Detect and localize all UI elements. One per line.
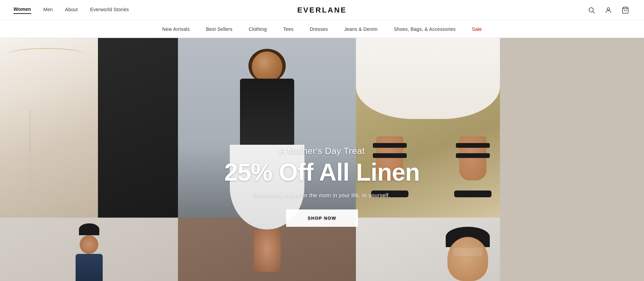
hero-panel-bottom-right — [356, 218, 500, 281]
svg-point-2 — [607, 7, 609, 10]
sandal-foot-right — [452, 136, 493, 197]
category-tees[interactable]: Tees — [283, 26, 294, 32]
glasses-figure-head — [447, 237, 488, 281]
sandal-sole-right — [454, 190, 491, 197]
category-new-arrivals[interactable]: New Arrivals — [162, 26, 190, 32]
category-dresses[interactable]: Dresses — [310, 26, 328, 32]
model-head — [252, 52, 282, 82]
cart-icon — [622, 6, 629, 14]
bottom-left-figure — [76, 240, 103, 281]
top-nav-links: Women Men About Everworld Stories — [14, 6, 129, 14]
hero-subtitle: A Mother's Day Treat — [203, 146, 441, 156]
top-nav-actions — [586, 5, 630, 15]
hero-title: 25% Off All Linen — [203, 159, 441, 186]
category-clothing[interactable]: Clothing — [249, 26, 267, 32]
model-torso — [240, 79, 294, 146]
sandal-strap-right-1 — [456, 143, 490, 148]
hero-right-bg — [500, 38, 644, 281]
hero-panel-shirt — [0, 38, 178, 218]
shirt-black-bg — [98, 38, 178, 218]
account-button[interactable] — [603, 5, 613, 15]
search-button[interactable] — [586, 5, 597, 15]
brand-logo[interactable]: EVERLANE — [297, 6, 347, 15]
hero-cta-button[interactable]: SHOP NOW — [286, 209, 358, 227]
necklace-detail — [7, 48, 85, 62]
cart-button[interactable] — [620, 5, 630, 15]
shirt-white-bg — [0, 38, 98, 218]
category-nav: New Arrivals Best Sellers Clothing Tees … — [0, 20, 644, 38]
eyeglasses — [452, 247, 483, 257]
bottom-left-hair — [79, 223, 99, 235]
top-nav: Women Men About Everworld Stories EVERLA… — [0, 0, 644, 20]
hero-panel-bottom-left — [0, 218, 178, 281]
svg-point-0 — [589, 7, 593, 12]
nav-item-everworld[interactable]: Everworld Stories — [90, 7, 129, 14]
nav-item-about[interactable]: About — [65, 7, 78, 14]
bottom-left-head — [80, 235, 98, 254]
nav-item-women[interactable]: Women — [14, 6, 31, 14]
category-shoes-bags[interactable]: Shoes, Bags, & Accessories — [394, 26, 456, 32]
hero-description: Best-selling styles for the mom in your … — [203, 193, 441, 199]
category-best-sellers[interactable]: Best Sellers — [206, 26, 233, 32]
bottom-left-body — [76, 254, 103, 281]
svg-line-1 — [593, 12, 595, 13]
panel-shirt-inner — [0, 38, 178, 218]
nav-item-men[interactable]: Men — [43, 7, 53, 14]
hero-text-block: A Mother's Day Treat 25% Off All Linen B… — [203, 146, 441, 227]
hand-detail — [254, 224, 281, 272]
hero-section: A Mother's Day Treat 25% Off All Linen B… — [0, 38, 644, 281]
skirt-hem — [356, 38, 500, 119]
search-icon — [588, 6, 595, 14]
category-jeans-denim[interactable]: Jeans & Denim — [344, 26, 378, 32]
account-icon — [605, 6, 612, 14]
sandal-strap-right-2 — [456, 153, 490, 158]
glasses-figure — [447, 227, 490, 281]
category-sale[interactable]: Sale — [472, 26, 482, 32]
